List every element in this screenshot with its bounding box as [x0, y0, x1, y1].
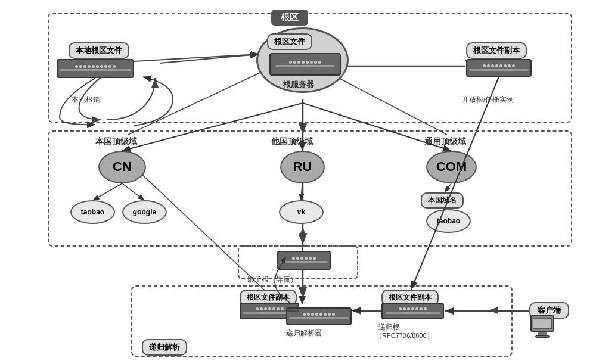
tld-section-box — [48, 130, 572, 247]
client-computer-icon — [530, 315, 554, 338]
dot — [268, 307, 271, 310]
dot — [424, 307, 427, 310]
server-bar-2 — [60, 69, 131, 71]
recursive-resolver-label: 递归解析器 — [286, 328, 322, 338]
taobao2-ellipse: taobao — [426, 209, 471, 233]
dot — [403, 307, 406, 310]
root-server-label: 根服务器 — [283, 79, 314, 90]
server-dots-7 — [399, 307, 427, 310]
dot — [407, 307, 410, 310]
dot — [289, 61, 292, 64]
recursive-resolver-box — [286, 307, 352, 325]
dot — [256, 307, 259, 310]
rfc-label: （RFC7706/8806） — [375, 331, 433, 340]
server-bar-7 — [386, 312, 440, 314]
server-dots-1 — [289, 61, 321, 64]
dot — [315, 313, 318, 316]
dot — [411, 307, 414, 310]
dot — [306, 61, 309, 64]
vk-ellipse: vk — [279, 200, 324, 224]
monitor — [530, 315, 554, 332]
dot — [296, 257, 299, 260]
dot — [307, 313, 310, 316]
dot — [504, 64, 507, 67]
local-root-file-box — [57, 59, 134, 78]
root-file-copy1-box — [466, 59, 532, 77]
dot — [318, 61, 321, 64]
server-dots-6 — [303, 313, 335, 316]
dot — [292, 257, 295, 260]
server-dots-5 — [256, 307, 284, 310]
dot — [272, 307, 275, 310]
monitor-base — [535, 335, 550, 338]
dot — [113, 65, 116, 68]
dot — [314, 61, 317, 64]
dot — [100, 65, 103, 68]
taobao1-ellipse: taobao — [70, 200, 115, 224]
cn-ellipse: CN — [98, 151, 146, 183]
dot — [512, 64, 515, 67]
dot — [310, 61, 313, 64]
recursive-section-label: 递归解析 — [142, 339, 187, 356]
shadow-root-label: 影子根（导流） — [247, 275, 297, 285]
local-root-file-label: 本地根区文件 — [69, 42, 129, 59]
open-root-label: 开放根/任播实例 — [462, 95, 514, 105]
dot — [303, 313, 306, 316]
ru-ellipse: RU — [280, 151, 325, 183]
root-zone-title: 根区 — [271, 10, 308, 26]
server-bar-4 — [280, 261, 328, 263]
local-root-chain-label: 本地根链 — [72, 95, 100, 105]
root-file-label: 根区文件 — [267, 33, 312, 50]
dot — [260, 307, 263, 310]
server-dots-2 — [75, 65, 116, 68]
dot — [420, 307, 423, 310]
dot — [88, 65, 91, 68]
dot — [96, 65, 99, 68]
dot — [104, 65, 107, 68]
dot — [415, 307, 418, 310]
dot — [309, 257, 312, 260]
generic-tld-label: 通用顶级域 — [424, 136, 466, 147]
domestic-domain-label: 本国域名 — [421, 192, 464, 209]
dot — [313, 257, 316, 260]
dot — [491, 64, 494, 67]
dot — [281, 307, 284, 310]
dot — [264, 307, 267, 310]
other-tld-label: 他国顶级域 — [271, 136, 313, 147]
dot — [92, 65, 95, 68]
dot — [487, 64, 490, 67]
monitor-stand — [538, 332, 547, 335]
dot — [399, 307, 402, 310]
dot — [302, 61, 305, 64]
dot — [495, 64, 498, 67]
server-bar — [275, 65, 335, 67]
dot — [108, 65, 111, 68]
server-bar-6 — [289, 317, 349, 319]
dot — [508, 64, 511, 67]
dot — [319, 313, 322, 316]
dot — [277, 307, 280, 310]
dot — [293, 61, 296, 64]
dot — [499, 64, 502, 67]
shadow-root-box — [277, 251, 331, 270]
dot — [79, 65, 82, 68]
server-dots-3 — [483, 64, 515, 67]
dot — [324, 313, 327, 316]
diagram-container: 根区 根区文件 根服务器 本地根区文件 — [12, 7, 584, 358]
recursive-root-copy-box — [381, 303, 444, 319]
dot — [483, 64, 486, 67]
com-ellipse: COM — [426, 151, 477, 183]
dot — [300, 257, 303, 260]
dot — [311, 313, 314, 316]
dot — [75, 65, 78, 68]
server-bar-3 — [469, 69, 529, 71]
dot — [83, 65, 86, 68]
server-dots-4 — [292, 257, 316, 260]
dot — [332, 313, 335, 316]
cn-tld-section-label: 本国顶级域 — [95, 136, 137, 147]
dot — [297, 61, 300, 64]
root-server-box — [269, 53, 341, 76]
monitor-screen — [533, 318, 552, 329]
google-ellipse: google — [122, 200, 167, 224]
dot — [328, 313, 331, 316]
